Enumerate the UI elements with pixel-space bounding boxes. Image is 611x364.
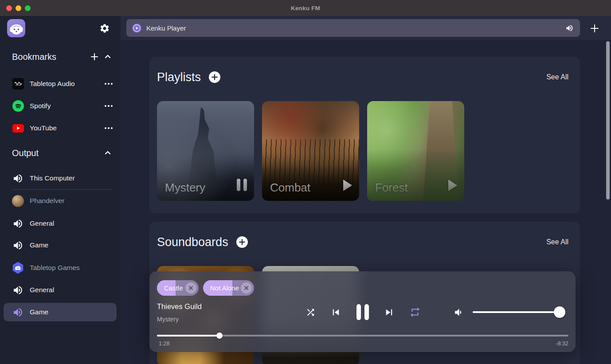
playlist-card-title: Forest [375, 181, 408, 195]
remaining-time: -8:32 [556, 341, 569, 347]
pause-button[interactable] [356, 304, 369, 320]
repeat-button[interactable] [409, 306, 421, 318]
soundboards-title: Soundboards [157, 235, 228, 249]
sidebar-item-spotify[interactable]: Spotify [0, 95, 121, 117]
playlists-section: Playlists See All Mystery Combat Forest [149, 57, 580, 213]
settings-button[interactable] [98, 21, 112, 35]
volume-slider-thumb[interactable] [554, 306, 565, 318]
output-item-tabletop-games[interactable]: Tabletop Games [0, 257, 121, 279]
add-playlist-button[interactable] [209, 71, 220, 83]
youtube-icon [12, 122, 24, 134]
collapse-bookmarks-button[interactable] [101, 50, 114, 63]
window-title: Kenku FM [291, 5, 320, 12]
avatar [12, 195, 24, 207]
volume-slider[interactable] [473, 306, 565, 318]
traffic-lights [6, 0, 31, 16]
seek-bar[interactable] [157, 333, 568, 339]
add-soundboard-button[interactable] [236, 236, 248, 248]
playlists-see-all-button[interactable]: See All [546, 73, 568, 81]
tab-volume-icon[interactable] [565, 24, 574, 32]
titlebar: Kenku FM [0, 0, 611, 16]
playlist-card-mystery[interactable]: Mystery [157, 101, 254, 201]
output-item-game-1[interactable]: Game [0, 234, 121, 256]
tab-label: Kenku Player [146, 24, 565, 32]
playlist-cards: Mystery Combat Forest [157, 101, 464, 201]
shuffle-button[interactable] [306, 307, 316, 317]
sidebar: Bookmarks Tabletop Audio [0, 16, 121, 364]
output-item-this-computer[interactable]: This Computer [0, 167, 121, 189]
bookmarks-header: Bookmarks [0, 48, 121, 66]
more-options-button[interactable] [105, 127, 113, 129]
kenku-logo-icon [7, 19, 25, 37]
playlist-card-title: Combat [270, 181, 310, 195]
output-item-label: Game [30, 241, 121, 249]
remove-sound-button[interactable] [241, 282, 252, 294]
seek-thumb[interactable] [216, 333, 223, 339]
minimize-window-button[interactable] [16, 5, 21, 11]
tabletop-audio-icon [12, 78, 24, 90]
chip-label: Not Alone [210, 284, 239, 292]
add-bookmark-button[interactable] [88, 50, 101, 63]
speaker-icon [12, 284, 24, 296]
pause-icon[interactable] [237, 179, 247, 191]
next-track-button[interactable] [383, 306, 395, 318]
track-title: Thieves Guild [157, 302, 202, 311]
track-playlist: Mystery [157, 316, 179, 323]
output-item-label: This Computer [30, 174, 121, 182]
tab-kenku-player[interactable]: Kenku Player [126, 19, 580, 37]
sidebar-item-youtube[interactable]: YouTube [0, 117, 121, 139]
main-area: Kenku Player Playlists See All [121, 16, 611, 364]
playback-controls [306, 300, 421, 325]
playlist-card-combat[interactable]: Combat [262, 101, 359, 201]
previous-track-button[interactable] [330, 306, 342, 318]
output-item-label: General [30, 286, 121, 294]
bookmarks-title: Bookmarks [12, 52, 56, 62]
now-playing-panel: Castle Not Alone Thieves Guild Mystery [149, 271, 576, 352]
sound-chips: Castle Not Alone [157, 280, 254, 296]
elapsed-time: 1:28 [159, 341, 169, 347]
speaker-icon [12, 239, 24, 251]
sound-chip-not-alone[interactable]: Not Alone [203, 280, 254, 296]
output-item-general-1[interactable]: General [0, 212, 121, 235]
playlist-card-forest[interactable]: Forest [367, 101, 464, 201]
playlists-header: Playlists See All [149, 67, 580, 87]
kenku-player-icon [132, 23, 142, 33]
more-options-button[interactable] [105, 83, 113, 85]
playlists-title: Playlists [157, 70, 201, 84]
speaker-icon [12, 218, 24, 230]
close-window-button[interactable] [6, 5, 12, 11]
vertical-scrollbar[interactable] [606, 41, 610, 200]
play-icon[interactable] [448, 180, 457, 191]
more-options-button[interactable] [105, 105, 113, 107]
tab-bar: Kenku Player [121, 16, 611, 40]
speaker-icon [12, 172, 24, 184]
sidebar-item-label: YouTube [30, 124, 105, 132]
zoom-window-button[interactable] [25, 5, 31, 11]
volume-icon[interactable] [454, 307, 465, 318]
output-item-label: Tabletop Games [30, 264, 121, 272]
soundboards-see-all-button[interactable]: See All [546, 238, 568, 246]
output-item-general-2[interactable]: General [0, 279, 121, 301]
output-header: Output [0, 144, 121, 162]
output-item-game-2-selected[interactable]: Game [4, 303, 117, 321]
play-icon[interactable] [343, 180, 352, 191]
output-item-phandelver[interactable]: Phandelver [0, 190, 121, 212]
sidebar-item-tabletop-audio[interactable]: Tabletop Audio [0, 73, 121, 95]
sidebar-item-label: Tabletop Audio [30, 80, 105, 88]
sidebar-item-label: Spotify [30, 102, 105, 110]
discord-icon [12, 262, 24, 274]
kenku-fm-window: Kenku FM Bookmarks [0, 0, 611, 364]
chip-label: Castle [164, 284, 183, 292]
output-title: Output [12, 148, 39, 158]
collapse-output-button[interactable] [101, 146, 114, 160]
output-item-label: Phandelver [30, 197, 121, 205]
remove-sound-button[interactable] [185, 282, 196, 294]
volume-control [454, 300, 565, 325]
sound-chip-castle[interactable]: Castle [157, 280, 199, 296]
soundboards-header: Soundboards See All [149, 232, 580, 252]
spotify-icon [12, 100, 24, 112]
output-item-label: Game [30, 308, 117, 316]
playlist-card-title: Mystery [165, 181, 205, 195]
output-item-label: General [30, 219, 121, 227]
add-tab-button[interactable] [587, 21, 602, 36]
